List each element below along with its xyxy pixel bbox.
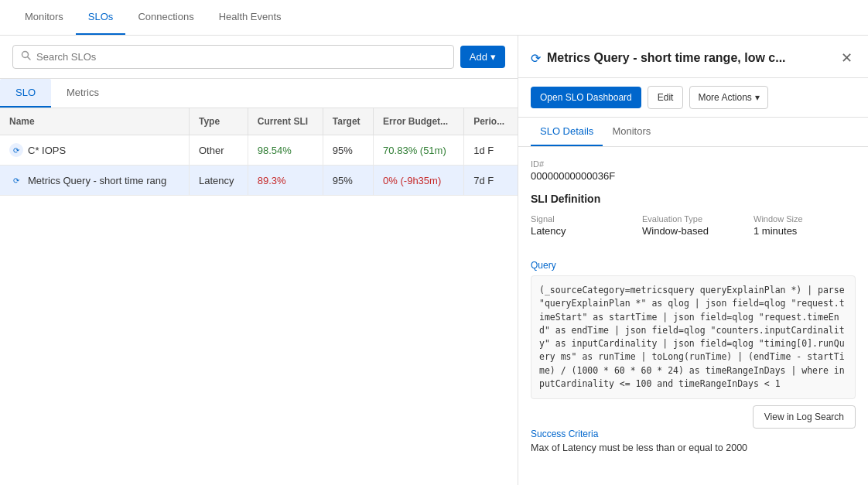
window-size-label: Window Size <box>754 214 856 224</box>
cell-period: 7d F <box>464 166 518 196</box>
id-label: ID# <box>531 159 856 169</box>
sub-tab-slo[interactable]: SLO <box>0 79 51 108</box>
search-input-wrap[interactable] <box>12 45 454 69</box>
tab-slos[interactable]: SLOs <box>76 0 126 35</box>
cell-sli: 89.3% <box>248 166 323 196</box>
cell-target: 95% <box>323 166 373 196</box>
close-button[interactable]: ✕ <box>838 46 856 70</box>
query-label: Query <box>531 260 856 271</box>
table-row[interactable]: ⟳ C* IOPS Other 98.54% 95% 70.83% (51m) … <box>0 135 518 166</box>
evaluation-type-label: Evaluation Type <box>642 214 744 224</box>
id-value: 00000000000036F <box>531 170 856 182</box>
success-criteria-label: Success Criteria <box>531 429 856 439</box>
page-title: Metrics Query - short time range, low c.… <box>547 51 786 65</box>
cell-name: ⟳ C* IOPS <box>0 135 190 166</box>
view-log-search-button[interactable]: View in Log Search <box>753 405 856 429</box>
cell-period: 1d F <box>464 135 518 166</box>
cell-budget: 70.83% (51m) <box>374 135 464 166</box>
sli-definition-section: SLI Definition Signal Latency Evaluation… <box>531 193 856 248</box>
cell-name: ⟳ Metrics Query - short time rang <box>0 166 190 196</box>
main-layout: Add ▾ SLO Metrics Name Type Current SLI … <box>0 36 868 485</box>
col-target: Target <box>323 108 373 135</box>
edit-button[interactable]: Edit <box>648 86 684 109</box>
detail-content: ID# 00000000000036F SLI Definition Signa… <box>518 147 868 485</box>
table-row[interactable]: ⟳ Metrics Query - short time rang Latenc… <box>0 166 518 196</box>
sub-tabs: SLO Metrics <box>0 79 518 108</box>
search-bar: Add ▾ <box>0 36 518 79</box>
slo-table-wrap: Name Type Current SLI Target Error Budge… <box>0 108 518 485</box>
id-field: ID# 00000000000036F <box>531 159 856 182</box>
cell-budget: 0% (-9h35m) <box>374 166 464 196</box>
svg-line-1 <box>28 57 31 60</box>
cell-type: Latency <box>190 166 248 196</box>
col-period: Perio... <box>464 108 518 135</box>
sli-grid: Signal Latency Evaluation Type Window-ba… <box>531 214 856 248</box>
top-nav: Monitors SLOs Connections Health Events <box>0 0 868 36</box>
success-criteria-section: Success Criteria Max of Latency must be … <box>531 429 856 453</box>
search-icon <box>21 50 32 63</box>
window-size-field: Window Size 1 minutes <box>754 214 856 237</box>
right-panel: ⟳ Metrics Query - short time range, low … <box>518 36 868 485</box>
signal-value: Latency <box>531 225 633 237</box>
evaluation-type-value: Window-based <box>642 225 744 237</box>
tab-health-events[interactable]: Health Events <box>207 0 294 35</box>
col-type: Type <box>190 108 248 135</box>
signal-label: Signal <box>531 214 633 224</box>
cell-type: Other <box>190 135 248 166</box>
col-error-budget: Error Budget... <box>374 108 464 135</box>
tab-monitors[interactable]: Monitors <box>603 118 660 146</box>
chevron-down-icon: ▾ <box>490 51 496 63</box>
evaluation-type-field: Evaluation Type Window-based <box>642 214 744 237</box>
slo-row-icon: ⟳ <box>9 173 23 187</box>
open-dashboard-button[interactable]: Open SLO Dashboard <box>531 87 641 108</box>
slo-detail-icon: ⟳ <box>531 51 541 66</box>
query-section: Query (_sourceCategory=metricsquery quer… <box>531 260 856 399</box>
tab-slo-details[interactable]: SLO Details <box>531 118 603 146</box>
query-text: (_sourceCategory=metricsquery queryExpla… <box>531 275 856 399</box>
tab-monitors[interactable]: Monitors <box>12 0 76 35</box>
sli-definition-title: SLI Definition <box>531 193 856 205</box>
more-actions-button[interactable]: More Actions ▾ <box>689 86 767 109</box>
action-bar: Open SLO Dashboard Edit More Actions ▾ <box>518 78 868 118</box>
window-size-value: 1 minutes <box>754 225 856 237</box>
right-header: ⟳ Metrics Query - short time range, low … <box>518 36 868 78</box>
slo-table: Name Type Current SLI Target Error Budge… <box>0 108 518 196</box>
detail-tabs: SLO Details Monitors <box>518 118 868 147</box>
cell-target: 95% <box>323 135 373 166</box>
sub-tab-metrics[interactable]: Metrics <box>51 79 114 108</box>
signal-field: Signal Latency <box>531 214 633 237</box>
col-name: Name <box>0 108 190 135</box>
col-current-sli: Current SLI <box>248 108 323 135</box>
left-panel: Add ▾ SLO Metrics Name Type Current SLI … <box>0 36 518 485</box>
cell-sli: 98.54% <box>248 135 323 166</box>
tab-connections[interactable]: Connections <box>125 0 206 35</box>
search-input[interactable] <box>36 51 446 63</box>
success-criteria-value: Max of Latency must be less than or equa… <box>531 442 856 453</box>
right-title-row: ⟳ Metrics Query - short time range, low … <box>531 51 786 66</box>
chevron-down-icon: ▾ <box>755 92 760 103</box>
add-button[interactable]: Add ▾ <box>460 46 505 68</box>
slo-row-icon: ⟳ <box>9 143 23 157</box>
